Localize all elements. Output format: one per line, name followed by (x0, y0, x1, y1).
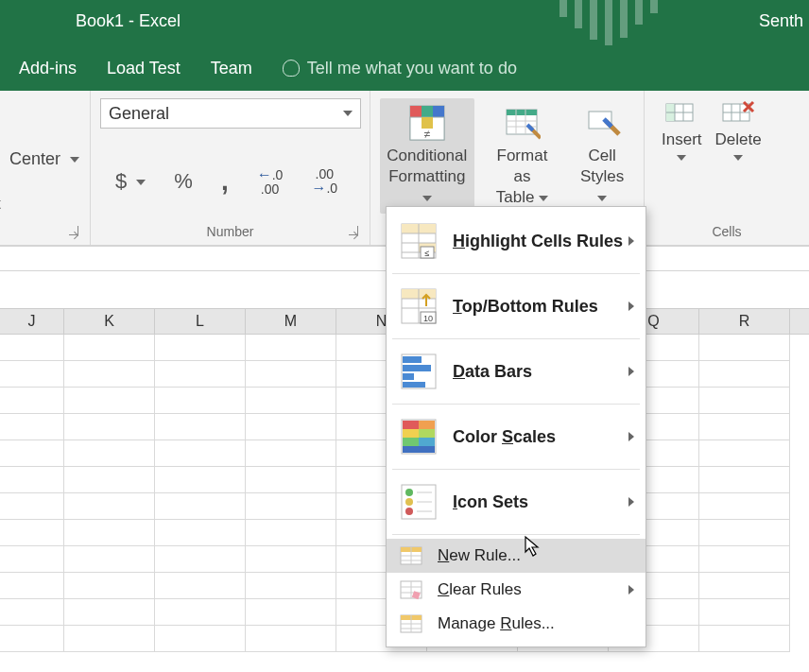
cell[interactable] (0, 414, 64, 440)
cell[interactable] (0, 467, 64, 493)
cell[interactable] (699, 414, 790, 440)
cell[interactable] (699, 467, 790, 493)
menu-icon-sets[interactable]: Icon Sets (387, 474, 645, 530)
cell[interactable] (699, 546, 790, 573)
cell[interactable] (64, 361, 155, 388)
cell[interactable] (64, 440, 155, 467)
cell[interactable] (246, 626, 336, 652)
cell[interactable] (155, 626, 246, 652)
cell-styles-label: Cell Styles (576, 146, 628, 208)
insert-button[interactable]: Insert (662, 98, 702, 161)
cell[interactable] (0, 335, 64, 361)
new-rule-icon (400, 544, 422, 567)
cell[interactable] (699, 388, 790, 414)
cell[interactable] (0, 388, 64, 414)
tab-addins[interactable]: Add-ins (19, 59, 77, 78)
menu-new-rule[interactable]: New Rule... (387, 539, 645, 573)
cell[interactable] (155, 361, 246, 388)
cell[interactable] (699, 493, 790, 520)
col-header[interactable]: M (246, 309, 336, 334)
cell[interactable] (246, 573, 336, 599)
cell[interactable] (155, 493, 246, 520)
cell[interactable] (0, 599, 64, 626)
cell[interactable] (0, 440, 64, 467)
cell[interactable] (64, 414, 155, 440)
decrease-decimal-button[interactable]: .00→.0 (311, 167, 337, 196)
conditional-formatting-button[interactable]: ≠ Conditional Formatting (380, 98, 474, 214)
menu-color-scales[interactable]: Color Scales (387, 408, 645, 465)
title-decor (559, 0, 658, 45)
cell[interactable] (699, 520, 790, 546)
menu-data-bars[interactable]: Data Bars (387, 343, 645, 400)
col-header[interactable]: L (155, 309, 246, 334)
menu-label: Highlight Cells Rules (453, 232, 623, 251)
col-header[interactable]: J (0, 309, 64, 334)
percent-button[interactable]: % (174, 169, 193, 194)
cell[interactable] (155, 414, 246, 440)
center-button[interactable]: Center (9, 149, 80, 169)
cell[interactable] (64, 520, 155, 546)
dialog-launcher-icon[interactable] (349, 226, 358, 235)
cell[interactable] (246, 546, 336, 573)
currency-button[interactable]: $ (115, 169, 146, 194)
cell[interactable] (246, 599, 336, 626)
cell[interactable] (155, 573, 246, 599)
menu-highlight-cells-rules[interactable]: ≤ Highlight Cells Rules (387, 213, 645, 269)
cell[interactable] (0, 573, 64, 599)
menu-top-bottom-rules[interactable]: 10 Top/Bottom Rules (387, 278, 645, 335)
cell[interactable] (246, 335, 336, 361)
cell[interactable] (0, 361, 64, 388)
cell[interactable] (246, 467, 336, 493)
cell[interactable] (155, 440, 246, 467)
col-header[interactable]: K (64, 309, 155, 334)
cell[interactable] (246, 388, 336, 414)
cell[interactable] (64, 493, 155, 520)
comma-button[interactable]: , (221, 166, 229, 197)
tell-me-search[interactable]: Tell me what you want to do (283, 59, 517, 78)
cell[interactable] (246, 414, 336, 440)
tab-loadtest[interactable]: Load Test (107, 59, 181, 78)
cell[interactable] (64, 599, 155, 626)
cell[interactable] (64, 388, 155, 414)
cell[interactable] (246, 440, 336, 467)
cell[interactable] (155, 467, 246, 493)
cell[interactable] (0, 520, 64, 546)
tab-team[interactable]: Team (211, 59, 252, 78)
cell[interactable] (699, 361, 790, 388)
cell[interactable] (0, 626, 64, 652)
number-group-label: Number (100, 220, 360, 241)
cell-styles-button[interactable]: Cell Styles (570, 98, 634, 214)
cell[interactable] (699, 440, 790, 467)
cell[interactable] (64, 573, 155, 599)
svg-text:10: 10 (423, 314, 433, 323)
col-header[interactable]: R (699, 309, 790, 334)
svg-rect-50 (419, 438, 435, 446)
cell[interactable] (0, 493, 64, 520)
cell[interactable] (246, 361, 336, 388)
menu-clear-rules[interactable]: Clear Rules (387, 573, 645, 607)
data-bars-icon (400, 353, 438, 390)
format-as-table-button[interactable]: Format as Table (484, 98, 561, 214)
cell[interactable] (64, 546, 155, 573)
delete-button[interactable]: Delete (715, 98, 762, 161)
cell[interactable] (246, 493, 336, 520)
cell[interactable] (699, 573, 790, 599)
cell[interactable] (155, 520, 246, 546)
dialog-launcher-icon[interactable] (69, 226, 78, 235)
cell[interactable] (155, 335, 246, 361)
menu-manage-rules[interactable]: Manage Rules... (387, 607, 645, 641)
increase-decimal-button[interactable]: ←.0.00 (257, 167, 284, 196)
cell[interactable] (699, 335, 790, 361)
cell[interactable] (155, 599, 246, 626)
cell[interactable] (64, 626, 155, 652)
cell[interactable] (699, 599, 790, 626)
cell[interactable] (699, 626, 790, 652)
cell[interactable] (246, 520, 336, 546)
cell[interactable] (155, 546, 246, 573)
cells-group-label: Cells (654, 220, 800, 241)
cell[interactable] (0, 546, 64, 573)
cell[interactable] (64, 467, 155, 493)
cell[interactable] (64, 335, 155, 361)
cell[interactable] (155, 388, 246, 414)
number-format-dropdown[interactable]: General (100, 98, 361, 129)
